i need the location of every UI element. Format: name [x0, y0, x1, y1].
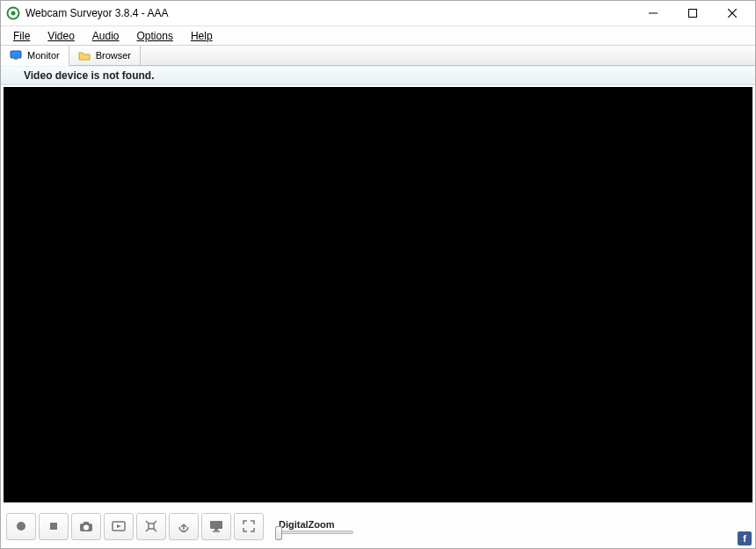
record-button[interactable] — [6, 513, 36, 540]
monitor-icon — [10, 49, 22, 61]
menu-options[interactable]: Options — [128, 28, 182, 44]
snapshot-button[interactable] — [71, 513, 101, 540]
menu-file[interactable]: File — [4, 28, 39, 44]
folder-icon — [78, 49, 91, 61]
window-controls — [633, 1, 752, 25]
svg-rect-6 — [11, 51, 21, 58]
close-button[interactable] — [712, 1, 752, 25]
video-area — [4, 87, 752, 502]
menu-help[interactable]: Help — [182, 28, 222, 44]
svg-marker-14 — [117, 524, 121, 528]
svg-point-8 — [17, 522, 25, 531]
svg-rect-3 — [688, 10, 696, 18]
display-button[interactable] — [201, 513, 231, 540]
svg-rect-7 — [14, 58, 18, 60]
status-text: Video device is not found. — [24, 69, 154, 82]
title-bar: Webcam Surveyor 3.8.4 - AAA — [1, 1, 755, 25]
zoom-section: DigitalZoom — [279, 519, 353, 534]
svg-rect-11 — [84, 522, 89, 524]
svg-point-1 — [11, 11, 16, 16]
minimize-button[interactable] — [633, 1, 672, 25]
menu-bar: File Video Audio Options Help — [1, 25, 755, 45]
video-clip-button[interactable] — [104, 513, 134, 540]
bottom-toolbar: DigitalZoom f — [1, 504, 755, 548]
broadcast-button[interactable] — [169, 513, 199, 540]
fullscreen-button[interactable] — [234, 513, 264, 540]
tab-browser-label: Browser — [96, 50, 131, 61]
zoom-slider-thumb[interactable] — [275, 526, 282, 540]
tab-monitor[interactable]: Monitor — [1, 46, 69, 66]
svg-rect-18 — [214, 529, 218, 531]
tab-monitor-label: Monitor — [27, 50, 60, 61]
motion-detection-button[interactable] — [136, 513, 166, 540]
facebook-button[interactable]: f — [738, 531, 752, 545]
app-icon — [6, 6, 20, 20]
menu-video[interactable]: Video — [39, 28, 83, 44]
svg-rect-17 — [210, 521, 222, 529]
tab-browser[interactable]: Browser — [69, 46, 141, 65]
tab-bar: Monitor Browser — [1, 45, 755, 66]
svg-rect-15 — [149, 524, 154, 529]
app-window: Webcam Surveyor 3.8.4 - AAA File Video A… — [0, 0, 756, 549]
facebook-icon-label: f — [743, 533, 746, 544]
window-title: Webcam Surveyor 3.8.4 - AAA — [25, 7, 633, 19]
status-bar: Video device is not found. — [1, 66, 755, 85]
zoom-label: DigitalZoom — [279, 519, 353, 530]
menu-audio[interactable]: Audio — [84, 28, 128, 44]
maximize-button[interactable] — [672, 1, 712, 25]
svg-rect-9 — [50, 523, 57, 530]
zoom-slider[interactable] — [279, 531, 353, 534]
stop-button[interactable] — [39, 513, 69, 540]
svg-point-12 — [84, 525, 89, 531]
